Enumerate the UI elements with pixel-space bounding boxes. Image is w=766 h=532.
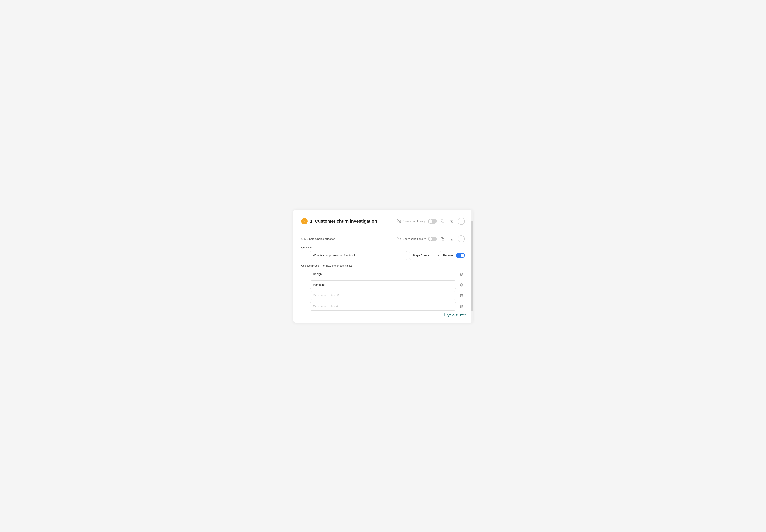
choice-2-drag-handle[interactable]: ⋮⋮ xyxy=(301,283,308,287)
sub-show-conditionally-group: Show conditionally xyxy=(397,237,426,241)
sub-delete-button[interactable] xyxy=(448,236,455,242)
choice-row-3: ⋮⋮ xyxy=(301,291,465,300)
question-type-wrapper: Single Choice Multiple Choice Text Ratin… xyxy=(409,251,441,260)
choice-row-1: ⋮⋮ xyxy=(301,270,465,278)
survey-container: ? 1. Customer churn investigation Show c… xyxy=(293,210,473,323)
choices-label: Choices (Press ↵ for new line or paste a… xyxy=(301,264,465,267)
sub-add-button[interactable] xyxy=(458,235,465,242)
choice-2-input[interactable] xyxy=(310,280,456,289)
required-toggle[interactable] xyxy=(456,253,465,258)
choice-3-drag-handle[interactable]: ⋮⋮ xyxy=(301,293,308,297)
choice-3-delete-button[interactable] xyxy=(458,292,465,299)
choice-row-4: ⋮⋮ xyxy=(301,302,465,311)
svg-rect-5 xyxy=(442,238,444,240)
question-type-select[interactable]: Single Choice Multiple Choice Text Ratin… xyxy=(409,251,441,260)
choice-1-delete-button[interactable] xyxy=(458,271,465,277)
section-add-button[interactable] xyxy=(458,218,465,225)
scrollbar-track[interactable] xyxy=(471,210,473,323)
section-copy-button[interactable] xyxy=(439,218,446,225)
show-conditionally-label: Show conditionally xyxy=(403,220,426,223)
lyssna-logo: Lyssna〰 xyxy=(444,312,466,318)
scrollbar-thumb[interactable] xyxy=(471,221,473,311)
sub-copy-button[interactable] xyxy=(439,236,446,242)
section-header-controls: Show conditionally xyxy=(397,218,465,225)
choice-4-input[interactable] xyxy=(310,302,456,311)
section-delete-button[interactable] xyxy=(448,218,455,225)
sub-eye-slash-icon xyxy=(397,237,401,241)
choice-3-input[interactable] xyxy=(310,291,456,300)
question-field-label: Question xyxy=(301,246,465,249)
section-show-conditionally-toggle[interactable] xyxy=(428,219,437,224)
required-label: Required xyxy=(443,254,454,257)
sub-question-controls: Show conditionally xyxy=(397,235,465,242)
choice-1-input[interactable] xyxy=(310,270,456,278)
choice-4-drag-handle[interactable]: ⋮⋮ xyxy=(301,304,308,308)
choice-4-delete-button[interactable] xyxy=(458,303,465,310)
question-drag-handle[interactable]: ⋮⋮ xyxy=(301,253,308,257)
question-icon: ? xyxy=(301,218,308,224)
sub-show-conditionally-toggle[interactable] xyxy=(428,237,437,241)
section-header: ? 1. Customer churn investigation Show c… xyxy=(301,218,465,225)
sub-show-conditionally-label: Show conditionally xyxy=(403,237,426,240)
question-text-input[interactable] xyxy=(310,251,407,260)
sub-question-header: 1.1. Single Choice question Show conditi… xyxy=(301,235,465,242)
required-group: Required xyxy=(443,253,465,258)
svg-rect-1 xyxy=(442,221,444,223)
choice-2-delete-button[interactable] xyxy=(458,281,465,288)
choice-row-2: ⋮⋮ xyxy=(301,280,465,289)
section-title: 1. Customer churn investigation xyxy=(310,219,377,224)
sub-question-label: 1.1. Single Choice question xyxy=(301,237,335,240)
section-title-group: ? 1. Customer churn investigation xyxy=(301,218,377,224)
question-row: ⋮⋮ Single Choice Multiple Choice Text Ra… xyxy=(301,251,465,260)
choice-1-drag-handle[interactable]: ⋮⋮ xyxy=(301,272,308,276)
eye-slash-icon xyxy=(397,219,401,223)
show-conditionally-group: Show conditionally xyxy=(397,219,426,223)
